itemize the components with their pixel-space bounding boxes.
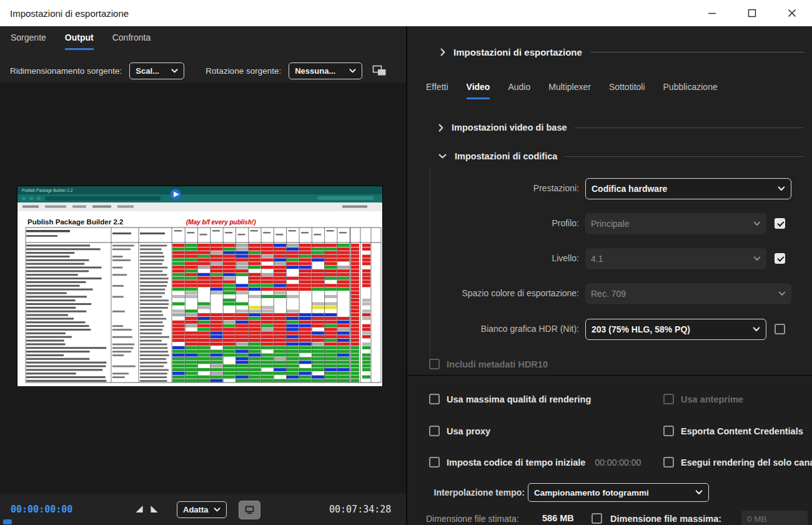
hdr-white-label: Bianco grafica HDR (Nit): xyxy=(407,324,579,334)
basic-video-title: Impostazioni video di base xyxy=(452,122,567,132)
max-size-checkbox[interactable] xyxy=(592,513,602,524)
estimated-size-value: 586 MB xyxy=(542,513,574,523)
tab-audio[interactable]: Audio xyxy=(508,82,530,99)
field-hdr-white: Bianco grafica HDR (Nit): 203 (75% HLG, … xyxy=(407,319,812,340)
performance-dropdown[interactable]: Codifica hardware xyxy=(585,178,791,199)
mark-in-icon[interactable] xyxy=(135,505,144,513)
level-label: Livello: xyxy=(407,253,579,263)
tab-sottotitoli[interactable]: Sottotitoli xyxy=(609,82,645,99)
window-controls xyxy=(692,0,812,26)
tab-confronta[interactable]: Confronta xyxy=(112,32,151,50)
tab-effetti[interactable]: Effetti xyxy=(426,82,448,99)
max-quality-label: Usa massima qualità di rendering xyxy=(447,394,591,404)
tab-video[interactable]: Video xyxy=(467,82,490,99)
section-divider xyxy=(575,128,805,128)
current-timecode[interactable]: 00:00:00:00 xyxy=(11,504,72,515)
tab-sorgente[interactable]: Sorgente xyxy=(11,32,46,50)
zoom-fit-dropdown[interactable]: Adatta xyxy=(177,501,227,518)
play-button[interactable] xyxy=(171,189,181,200)
option-alpha-only: Esegui rendering del solo canale xyxy=(663,457,812,468)
aspect-ratio-button[interactable] xyxy=(372,65,387,76)
preview-page-title: Publish Package Builder 2.2 xyxy=(27,218,123,226)
profile-dropdown[interactable]: Principale xyxy=(585,213,766,234)
max-quality-checkbox[interactable] xyxy=(429,394,440,404)
hdr-white-dropdown[interactable]: 203 (75% HLG, 58% PQ) xyxy=(585,319,766,340)
chevron-right-icon[interactable] xyxy=(438,124,443,132)
performance-value: Codifica hardware xyxy=(592,184,667,194)
encoding-title: Impostazioni di codifica xyxy=(455,151,557,161)
mark-out-icon[interactable] xyxy=(150,505,159,513)
maximize-icon xyxy=(748,9,756,18)
source-rotation-value: Nessuna... xyxy=(295,66,335,76)
browser-nav-icons xyxy=(22,197,41,201)
max-size-input[interactable]: 0 MB xyxy=(741,511,808,525)
source-scaling-label: Ridimensionamento sorgente: xyxy=(10,66,122,76)
titlebar: Impostazioni di esportazione xyxy=(0,0,812,26)
chevron-down-icon xyxy=(778,186,785,191)
settings-button[interactable] xyxy=(239,501,260,519)
tab-multiplexer[interactable]: Multiplexer xyxy=(548,82,591,99)
chevron-down-icon xyxy=(753,221,761,226)
output-controls-row: Ridimensionamento sorgente: Scal... Rota… xyxy=(10,61,387,80)
option-start-timecode: Imposta codice di tempo iniziale 00:00:0… xyxy=(429,457,641,468)
chevron-down-icon xyxy=(753,327,760,332)
source-scaling-dropdown[interactable]: Scal... xyxy=(129,62,184,79)
field-color-space: Spazio colore di esportazione: Rec. 709 xyxy=(407,283,812,304)
content-credentials-label: Esporta Content Credentials xyxy=(681,426,803,436)
settings-tabs: Effetti Video Audio Multiplexer Sottotit… xyxy=(426,82,718,99)
section-divider xyxy=(565,156,805,157)
source-scaling-value: Scal... xyxy=(136,66,159,76)
color-space-label: Spazio colore di esportazione: xyxy=(407,288,579,298)
section-encoding: Impostazioni di codifica xyxy=(438,149,805,164)
export-settings-header-row: Impostazioni di esportazione xyxy=(440,47,805,58)
max-size-value: 0 MB xyxy=(747,514,767,524)
chevron-right-icon[interactable] xyxy=(440,48,445,56)
chevron-down-icon xyxy=(214,508,220,512)
hdr10-label: Includi metadati HDR10 xyxy=(447,359,548,369)
chevron-down-icon xyxy=(778,291,786,296)
field-performance: Prestazioni: Codifica hardware xyxy=(407,178,812,199)
field-level: Livello: 4.1 xyxy=(407,248,812,269)
chevron-down-icon xyxy=(753,256,761,261)
address-bar xyxy=(45,196,161,201)
color-space-dropdown[interactable]: Rec. 709 xyxy=(585,283,791,304)
chevron-down-icon xyxy=(695,490,703,495)
use-previews-checkbox[interactable] xyxy=(663,394,674,404)
tab-pubblicazione[interactable]: Pubblicazione xyxy=(663,82,718,99)
level-dropdown[interactable]: 4.1 xyxy=(585,248,766,269)
tab-output[interactable]: Output xyxy=(65,32,94,50)
maximize-button[interactable] xyxy=(732,0,772,26)
interpolation-dropdown[interactable]: Campionamento fotogrammi xyxy=(528,483,709,502)
profile-checkbox[interactable] xyxy=(775,218,785,229)
export-settings-window: Impostazioni di esportazione Sorgente Ou… xyxy=(0,0,812,525)
preview-area: Publish Package Builder 2.2 xyxy=(0,82,406,494)
chevron-down-icon[interactable] xyxy=(438,154,447,159)
monitor-icon xyxy=(244,505,255,515)
start-timecode-label: Imposta codice di tempo iniziale xyxy=(447,458,585,468)
duration-timecode: 00:07:34:28 xyxy=(329,504,391,515)
use-proxy-checkbox[interactable] xyxy=(429,426,440,436)
alpha-only-checkbox[interactable] xyxy=(663,457,674,468)
render-options-section: Usa massima qualità di rendering Usa ant… xyxy=(407,375,812,525)
section-basic-video: Impostazioni video di base xyxy=(438,120,805,135)
field-profile: Profilo: Principale xyxy=(407,213,812,234)
start-timecode-value[interactable]: 00:00:00:00 xyxy=(595,458,641,468)
preview-panel: Sorgente Output Confronta Ridimensioname… xyxy=(0,26,406,525)
color-space-value: Rec. 709 xyxy=(591,289,626,299)
browser-toolbar-badge xyxy=(317,196,374,200)
level-checkbox[interactable] xyxy=(775,253,785,264)
preview-annotation: (May b/f every publish!) xyxy=(186,219,256,226)
minimize-button[interactable] xyxy=(692,0,732,26)
window-title: Impostazioni di esportazione xyxy=(10,8,129,19)
close-button[interactable] xyxy=(772,0,812,26)
profile-value: Principale xyxy=(591,219,629,229)
source-rotation-dropdown[interactable]: Nessuna... xyxy=(289,62,362,79)
profile-label: Profilo: xyxy=(407,218,579,228)
preview-scrollbar-thumb[interactable] xyxy=(3,519,12,524)
interpolation-value: Campionamento fotogrammi xyxy=(534,488,649,498)
start-timecode-checkbox[interactable] xyxy=(429,457,440,468)
hdr-white-checkbox[interactable] xyxy=(775,324,785,334)
content-credentials-checkbox[interactable] xyxy=(663,426,674,436)
hdr10-checkbox[interactable] xyxy=(429,359,440,369)
zoom-fit-value: Adatta xyxy=(183,505,208,514)
